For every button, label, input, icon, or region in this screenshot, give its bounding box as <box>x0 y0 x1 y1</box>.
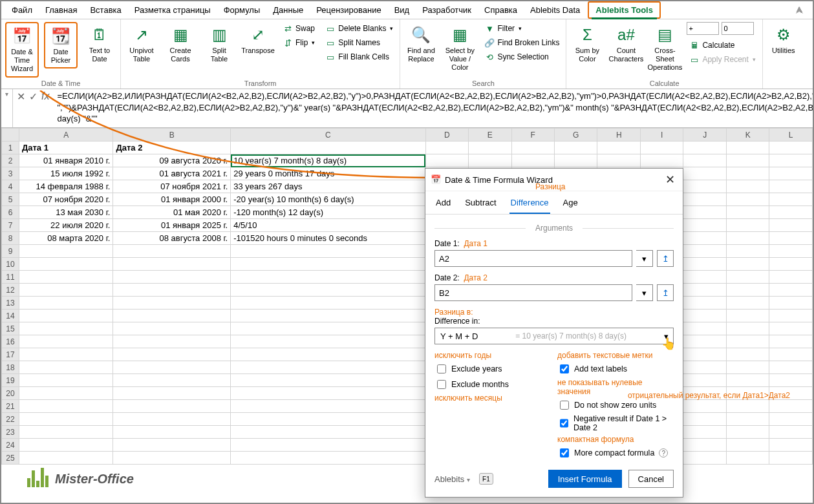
formula-text[interactable]: =ЕСЛИ(И(A2>B2,ИЛИ(РАЗНДАТ(ЕСЛИ(A2<B2,A2,… <box>53 89 814 127</box>
cell[interactable] <box>683 206 726 219</box>
menu-home[interactable]: Главная <box>39 3 83 17</box>
cell[interactable] <box>469 142 511 154</box>
f1-help[interactable]: F1 <box>479 473 493 485</box>
cell[interactable] <box>231 335 425 348</box>
row-header[interactable]: 16 <box>2 335 19 348</box>
cell[interactable] <box>769 193 813 206</box>
collapse-ribbon-icon[interactable]: ⮝ <box>790 3 809 17</box>
cell[interactable] <box>231 142 425 154</box>
cell[interactable] <box>231 284 425 297</box>
cell[interactable] <box>113 413 231 426</box>
help-icon[interactable]: ? <box>659 448 668 457</box>
date1-input[interactable] <box>434 250 632 267</box>
cell[interactable] <box>769 180 813 193</box>
cell[interactable] <box>683 452 726 465</box>
col-header[interactable]: I <box>640 129 683 142</box>
chk-exclude-months[interactable]: Exclude months <box>434 378 551 391</box>
cell[interactable]: 01 мая 2020 г. <box>113 206 231 219</box>
cell[interactable] <box>113 271 231 284</box>
row-header[interactable]: 2 <box>2 154 19 167</box>
cell[interactable] <box>554 154 597 167</box>
cell[interactable] <box>640 154 683 167</box>
cell[interactable] <box>19 387 113 400</box>
cell[interactable] <box>683 297 726 310</box>
cell[interactable] <box>726 426 769 439</box>
cell[interactable] <box>769 322 813 335</box>
delete-blanks-button[interactable]: ▭Delete Blanks▾ <box>323 22 396 35</box>
cell[interactable] <box>640 142 683 154</box>
count-chars-button[interactable]: a#Count Characters <box>609 22 643 66</box>
cell[interactable] <box>113 387 231 400</box>
row-header[interactable]: 6 <box>2 206 19 219</box>
col-header[interactable]: L <box>769 129 813 142</box>
cell[interactable] <box>511 154 554 167</box>
cell[interactable] <box>113 439 231 452</box>
cell[interactable]: 01 января 2010 г. <box>19 154 113 167</box>
cell[interactable] <box>231 400 425 413</box>
cell[interactable]: 08 марта 2020 г. <box>19 232 113 245</box>
cell[interactable] <box>769 348 813 361</box>
cell[interactable] <box>683 400 726 413</box>
sync-selection-button[interactable]: ⟲Sync Selection <box>482 50 562 63</box>
cell[interactable] <box>683 167 726 180</box>
cell[interactable] <box>726 284 769 297</box>
tab-age[interactable]: Age <box>562 195 579 214</box>
cell[interactable] <box>19 452 113 465</box>
cell[interactable] <box>683 310 726 322</box>
calculate-button[interactable]: 🖩Calculate <box>687 39 758 52</box>
menu-file[interactable]: Файл <box>5 3 39 17</box>
cell[interactable] <box>231 310 425 322</box>
cross-sheet-button[interactable]: ▤Cross-Sheet Operations <box>648 22 681 75</box>
cell[interactable]: 15 июля 1992 г. <box>19 167 113 180</box>
row-header[interactable]: 3 <box>2 167 19 180</box>
cell[interactable] <box>683 322 726 335</box>
cell[interactable] <box>769 271 813 284</box>
cell[interactable] <box>683 271 726 284</box>
split-table-button[interactable]: ▥Split Table <box>202 22 236 66</box>
row-header[interactable]: 15 <box>2 322 19 335</box>
cell[interactable]: -101520 hours 0 minutes 0 seconds <box>231 232 425 245</box>
cell[interactable]: -120 month(s) 12 day(s) <box>231 206 425 219</box>
menu-insert[interactable]: Вставка <box>83 3 127 17</box>
menu-help[interactable]: Справка <box>478 3 524 17</box>
date-time-wizard-button[interactable]: 📅Date & Time Wizard <box>5 22 39 78</box>
cell[interactable] <box>726 348 769 361</box>
cell[interactable] <box>231 374 425 387</box>
row-header[interactable]: 8 <box>2 232 19 245</box>
swap-button[interactable]: ⇄Swap <box>280 22 317 35</box>
chk-negative[interactable]: Negative result if Date 1 > Date 2 <box>557 414 674 432</box>
date2-refpicker[interactable]: ↥ <box>657 284 674 301</box>
cell[interactable]: 08 августа 2008 г. <box>113 232 231 245</box>
cell[interactable] <box>769 284 813 297</box>
cell[interactable] <box>113 284 231 297</box>
menu-review[interactable]: Рецензирование <box>310 3 387 17</box>
cell[interactable] <box>769 413 813 426</box>
insert-formula-button[interactable]: Insert Formula <box>548 470 622 488</box>
cell[interactable] <box>726 142 769 154</box>
cell[interactable] <box>726 297 769 310</box>
cell[interactable]: 01 августа 2021 г. <box>113 167 231 180</box>
menu-formulas[interactable]: Формулы <box>217 3 267 17</box>
flip-button[interactable]: ⇵Flip▾ <box>280 36 317 49</box>
row-header[interactable]: 22 <box>2 413 19 426</box>
cell[interactable] <box>726 335 769 348</box>
text-to-date-button[interactable]: 🗓Text to Date <box>83 22 116 66</box>
cell[interactable] <box>231 348 425 361</box>
cell[interactable] <box>231 452 425 465</box>
cell[interactable]: 07 ноября 2020 г. <box>19 193 113 206</box>
cell[interactable] <box>726 219 769 232</box>
cell[interactable] <box>425 142 468 154</box>
split-names-button[interactable]: ▭Split Names <box>323 36 396 49</box>
cell[interactable] <box>597 154 640 167</box>
cell[interactable] <box>769 154 813 167</box>
chk-exclude-years[interactable]: Exclude years <box>434 362 551 375</box>
cell[interactable] <box>19 271 113 284</box>
cell[interactable] <box>19 361 113 374</box>
cell[interactable] <box>554 142 597 154</box>
menu-ablebits-tools[interactable]: Ablebits Tools <box>588 1 661 19</box>
cell[interactable] <box>769 374 813 387</box>
cell[interactable] <box>769 297 813 310</box>
col-header[interactable]: J <box>683 129 726 142</box>
cell[interactable]: 4/5/10 <box>231 219 425 232</box>
cell[interactable] <box>19 245 113 258</box>
